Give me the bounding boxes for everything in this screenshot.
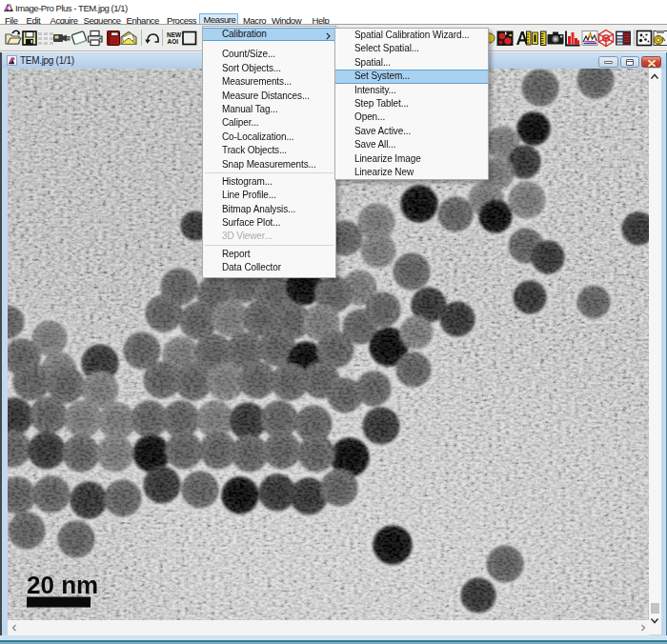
svg-text:20 nm: 20 nm	[27, 571, 98, 599]
svg-text:AOI: AOI	[168, 38, 179, 45]
